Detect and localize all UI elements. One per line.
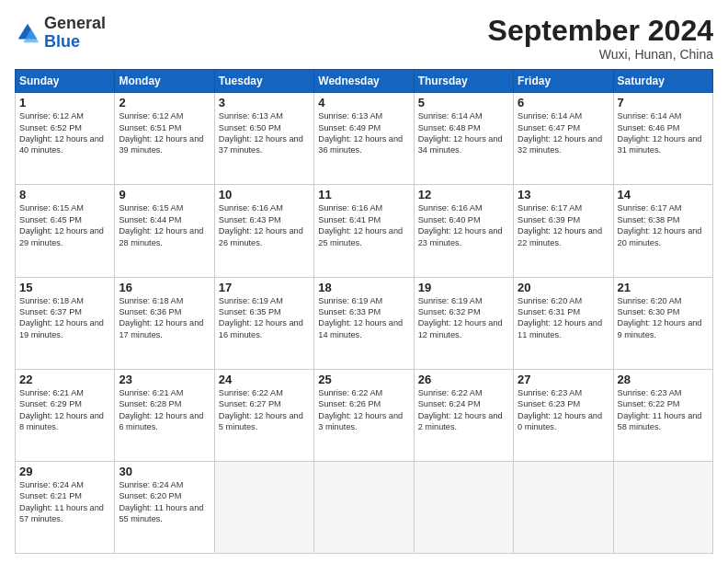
cell-info: Sunrise: 6:20 AM Sunset: 6:31 PM Dayligh… (518, 295, 609, 341)
cell-info: Sunrise: 6:15 AM Sunset: 6:45 PM Dayligh… (19, 202, 110, 248)
cell-info: Sunrise: 6:19 AM Sunset: 6:32 PM Dayligh… (418, 295, 509, 341)
cell-day-5: 5 Sunrise: 6:14 AM Sunset: 6:48 PM Dayli… (414, 93, 513, 185)
day-number: 22 (19, 373, 110, 386)
cell-info: Sunrise: 6:12 AM Sunset: 6:52 PM Dayligh… (19, 110, 110, 156)
cell-info: Sunrise: 6:13 AM Sunset: 6:50 PM Dayligh… (219, 110, 310, 156)
day-number: 15 (19, 281, 110, 294)
cell-day-18: 18 Sunrise: 6:19 AM Sunset: 6:33 PM Dayl… (314, 277, 414, 369)
day-number: 9 (119, 188, 210, 201)
header: General Blue September 2024 Wuxi, Hunan,… (15, 15, 713, 62)
day-number: 6 (518, 96, 609, 109)
title-block: September 2024 Wuxi, Hunan, China (488, 15, 713, 62)
cell-day-1: 1 Sunrise: 6:12 AM Sunset: 6:52 PM Dayli… (16, 93, 115, 185)
cell-info: Sunrise: 6:23 AM Sunset: 6:23 PM Dayligh… (518, 387, 609, 433)
cell-info: Sunrise: 6:18 AM Sunset: 6:37 PM Dayligh… (19, 295, 110, 341)
cell-info: Sunrise: 6:22 AM Sunset: 6:24 PM Dayligh… (418, 387, 509, 433)
page: General Blue September 2024 Wuxi, Hunan,… (0, 0, 728, 563)
cell-day-23: 23 Sunrise: 6:21 AM Sunset: 6:28 PM Dayl… (115, 369, 214, 461)
cell-day-empty (414, 461, 513, 553)
cell-day-24: 24 Sunrise: 6:22 AM Sunset: 6:27 PM Dayl… (214, 369, 313, 461)
day-number: 29 (19, 465, 110, 478)
cell-info: Sunrise: 6:19 AM Sunset: 6:35 PM Dayligh… (219, 295, 310, 341)
day-number: 26 (418, 373, 509, 386)
week-row-4: 22 Sunrise: 6:21 AM Sunset: 6:29 PM Dayl… (16, 369, 713, 461)
cell-day-26: 26 Sunrise: 6:22 AM Sunset: 6:24 PM Dayl… (414, 369, 513, 461)
day-number: 12 (418, 188, 509, 201)
day-number: 14 (618, 188, 709, 201)
cell-day-21: 21 Sunrise: 6:20 AM Sunset: 6:30 PM Dayl… (613, 277, 712, 369)
cell-info: Sunrise: 6:24 AM Sunset: 6:21 PM Dayligh… (19, 479, 110, 525)
cell-info: Sunrise: 6:21 AM Sunset: 6:28 PM Dayligh… (119, 387, 210, 433)
day-number: 20 (518, 281, 609, 294)
cell-day-7: 7 Sunrise: 6:14 AM Sunset: 6:46 PM Dayli… (613, 93, 712, 185)
day-number: 28 (618, 373, 709, 386)
cell-info: Sunrise: 6:15 AM Sunset: 6:44 PM Dayligh… (119, 202, 210, 248)
col-monday: Monday (115, 70, 214, 93)
cell-info: Sunrise: 6:18 AM Sunset: 6:36 PM Dayligh… (119, 295, 210, 341)
day-number: 18 (318, 281, 409, 294)
cell-day-empty (613, 461, 712, 553)
cell-day-8: 8 Sunrise: 6:15 AM Sunset: 6:45 PM Dayli… (16, 185, 115, 277)
day-number: 1 (19, 96, 110, 109)
cell-day-30: 30 Sunrise: 6:24 AM Sunset: 6:20 PM Dayl… (115, 461, 214, 553)
cell-info: Sunrise: 6:14 AM Sunset: 6:46 PM Dayligh… (618, 110, 709, 156)
day-number: 2 (119, 96, 210, 109)
location: Wuxi, Hunan, China (488, 47, 713, 62)
day-number: 3 (219, 96, 310, 109)
logo: General Blue (15, 15, 106, 52)
cell-info: Sunrise: 6:16 AM Sunset: 6:43 PM Dayligh… (219, 202, 310, 248)
calendar-table: Sunday Monday Tuesday Wednesday Thursday… (15, 69, 713, 554)
day-number: 4 (318, 96, 409, 109)
cell-day-28: 28 Sunrise: 6:23 AM Sunset: 6:22 PM Dayl… (613, 369, 712, 461)
cell-day-17: 17 Sunrise: 6:19 AM Sunset: 6:35 PM Dayl… (214, 277, 313, 369)
day-number: 13 (518, 188, 609, 201)
col-sunday: Sunday (16, 70, 115, 93)
day-number: 27 (518, 373, 609, 386)
cell-day-27: 27 Sunrise: 6:23 AM Sunset: 6:23 PM Dayl… (514, 369, 613, 461)
cell-info: Sunrise: 6:23 AM Sunset: 6:22 PM Dayligh… (618, 387, 709, 433)
cell-day-29: 29 Sunrise: 6:24 AM Sunset: 6:21 PM Dayl… (16, 461, 115, 553)
week-row-3: 15 Sunrise: 6:18 AM Sunset: 6:37 PM Dayl… (16, 277, 713, 369)
cell-day-12: 12 Sunrise: 6:16 AM Sunset: 6:40 PM Dayl… (414, 185, 513, 277)
col-saturday: Saturday (613, 70, 712, 93)
cell-day-6: 6 Sunrise: 6:14 AM Sunset: 6:47 PM Dayli… (514, 93, 613, 185)
col-thursday: Thursday (414, 70, 513, 93)
cell-info: Sunrise: 6:22 AM Sunset: 6:26 PM Dayligh… (318, 387, 409, 433)
cell-info: Sunrise: 6:21 AM Sunset: 6:29 PM Dayligh… (19, 387, 110, 433)
cell-info: Sunrise: 6:22 AM Sunset: 6:27 PM Dayligh… (219, 387, 310, 433)
calendar-header-row: Sunday Monday Tuesday Wednesday Thursday… (16, 70, 713, 93)
cell-day-22: 22 Sunrise: 6:21 AM Sunset: 6:29 PM Dayl… (16, 369, 115, 461)
day-number: 23 (119, 373, 210, 386)
cell-info: Sunrise: 6:16 AM Sunset: 6:41 PM Dayligh… (318, 202, 409, 248)
cell-info: Sunrise: 6:24 AM Sunset: 6:20 PM Dayligh… (119, 479, 210, 525)
day-number: 30 (119, 465, 210, 478)
month-title: September 2024 (488, 15, 713, 47)
cell-day-15: 15 Sunrise: 6:18 AM Sunset: 6:37 PM Dayl… (16, 277, 115, 369)
day-number: 11 (318, 188, 409, 201)
day-number: 24 (219, 373, 310, 386)
day-number: 8 (19, 188, 110, 201)
cell-info: Sunrise: 6:17 AM Sunset: 6:38 PM Dayligh… (618, 202, 709, 248)
cell-day-25: 25 Sunrise: 6:22 AM Sunset: 6:26 PM Dayl… (314, 369, 414, 461)
cell-info: Sunrise: 6:20 AM Sunset: 6:30 PM Dayligh… (618, 295, 709, 341)
week-row-2: 8 Sunrise: 6:15 AM Sunset: 6:45 PM Dayli… (16, 185, 713, 277)
day-number: 10 (219, 188, 310, 201)
day-number: 7 (618, 96, 709, 109)
cell-day-14: 14 Sunrise: 6:17 AM Sunset: 6:38 PM Dayl… (613, 185, 712, 277)
cell-day-9: 9 Sunrise: 6:15 AM Sunset: 6:44 PM Dayli… (115, 185, 214, 277)
logo-icon (15, 20, 40, 46)
day-number: 5 (418, 96, 509, 109)
col-tuesday: Tuesday (214, 70, 313, 93)
cell-info: Sunrise: 6:16 AM Sunset: 6:40 PM Dayligh… (418, 202, 509, 248)
cell-day-4: 4 Sunrise: 6:13 AM Sunset: 6:49 PM Dayli… (314, 93, 414, 185)
cell-info: Sunrise: 6:17 AM Sunset: 6:39 PM Dayligh… (518, 202, 609, 248)
cell-day-empty (214, 461, 313, 553)
cell-day-2: 2 Sunrise: 6:12 AM Sunset: 6:51 PM Dayli… (115, 93, 214, 185)
cell-info: Sunrise: 6:14 AM Sunset: 6:47 PM Dayligh… (518, 110, 609, 156)
week-row-1: 1 Sunrise: 6:12 AM Sunset: 6:52 PM Dayli… (16, 93, 713, 185)
cell-info: Sunrise: 6:19 AM Sunset: 6:33 PM Dayligh… (318, 295, 409, 341)
cell-day-empty (514, 461, 613, 553)
logo-blue: Blue (44, 32, 80, 51)
col-friday: Friday (514, 70, 613, 93)
cell-day-16: 16 Sunrise: 6:18 AM Sunset: 6:36 PM Dayl… (115, 277, 214, 369)
